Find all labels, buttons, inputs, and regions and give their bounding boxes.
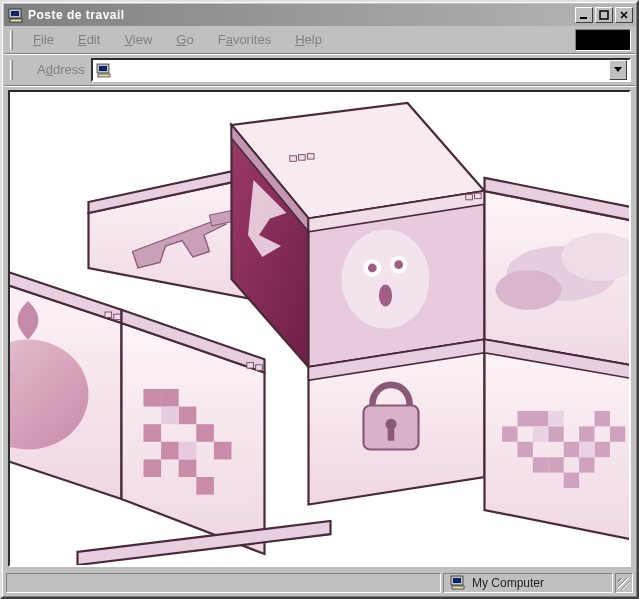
svg-rect-74: [548, 411, 563, 426]
menu-go[interactable]: Go: [164, 28, 205, 51]
svg-rect-7: [98, 74, 110, 77]
svg-rect-89: [453, 578, 461, 583]
svg-rect-21: [179, 459, 197, 477]
svg-rect-79: [307, 154, 314, 160]
svg-rect-15: [161, 389, 179, 407]
computer-icon: [450, 574, 466, 593]
svg-rect-25: [179, 442, 197, 460]
artwork-3d-windows: [10, 92, 629, 565]
status-pane-left: [6, 573, 441, 593]
statusbar: My Computer: [4, 571, 635, 595]
svg-rect-6: [99, 66, 107, 71]
toolbar-grip[interactable]: [10, 30, 13, 50]
address-field[interactable]: [91, 58, 631, 82]
chevron-down-icon: [614, 67, 622, 73]
svg-rect-62: [518, 442, 533, 457]
svg-rect-19: [196, 424, 214, 442]
svg-rect-78: [299, 155, 306, 161]
svg-rect-77: [290, 156, 297, 162]
minimize-button[interactable]: [575, 7, 593, 23]
svg-rect-67: [595, 442, 610, 457]
svg-rect-73: [579, 442, 594, 457]
address-dropdown-button[interactable]: [609, 60, 627, 80]
addressbar: Address: [4, 54, 635, 86]
svg-rect-70: [579, 457, 594, 472]
status-pane-location: My Computer: [443, 573, 613, 593]
menu-favorites[interactable]: Favorites: [206, 28, 283, 51]
addressbar-grip[interactable]: [10, 60, 13, 80]
maximize-button[interactable]: [595, 7, 613, 23]
svg-point-37: [368, 264, 377, 273]
svg-rect-65: [595, 411, 610, 426]
svg-rect-90: [452, 586, 464, 589]
svg-rect-58: [518, 411, 533, 426]
svg-rect-61: [502, 426, 517, 441]
svg-rect-60: [548, 426, 563, 441]
window-controls: [575, 7, 633, 23]
svg-rect-72: [533, 426, 548, 441]
svg-rect-68: [548, 457, 563, 472]
svg-rect-14: [144, 389, 162, 407]
svg-point-39: [379, 285, 392, 307]
menu-view-label: iew: [133, 32, 153, 47]
resize-grip[interactable]: [615, 573, 633, 593]
svg-rect-81: [475, 193, 482, 199]
svg-rect-85: [114, 314, 121, 320]
svg-point-34: [342, 230, 430, 329]
titlebar[interactable]: Poste de travail: [4, 4, 635, 26]
svg-rect-84: [105, 312, 112, 318]
menu-help-label: elp: [305, 32, 322, 47]
menubar: File Edit View Go Favorites Help: [4, 26, 635, 54]
window-title: Poste de travail: [28, 8, 571, 22]
svg-rect-20: [214, 442, 232, 460]
window-inner: Poste de travail File Edit View Go Favor…: [2, 2, 637, 597]
computer-icon: [95, 61, 113, 79]
svg-rect-59: [533, 411, 548, 426]
svg-rect-82: [247, 363, 254, 369]
menu-edit-label: dit: [87, 32, 101, 47]
menu-view[interactable]: View: [112, 28, 164, 51]
svg-rect-24: [161, 407, 179, 425]
status-location-label: My Computer: [472, 576, 544, 590]
close-button[interactable]: [615, 7, 633, 23]
computer-icon: [8, 7, 24, 23]
svg-rect-17: [144, 424, 162, 442]
svg-rect-18: [161, 442, 179, 460]
svg-point-49: [496, 270, 562, 310]
svg-rect-66: [610, 426, 625, 441]
address-label: Address: [37, 62, 85, 77]
svg-rect-23: [196, 477, 214, 495]
explorer-window: Poste de travail File Edit View Go Favor…: [0, 0, 639, 599]
svg-point-38: [394, 260, 403, 269]
svg-rect-16: [179, 407, 197, 425]
menu-edit[interactable]: Edit: [66, 28, 112, 51]
menu-file[interactable]: File: [21, 28, 66, 51]
svg-rect-2: [10, 19, 22, 22]
svg-rect-83: [256, 365, 263, 371]
menu-go-label: o: [186, 32, 193, 47]
svg-rect-71: [564, 473, 579, 488]
svg-rect-64: [579, 426, 594, 441]
svg-rect-69: [533, 457, 548, 472]
svg-rect-63: [564, 442, 579, 457]
svg-rect-4: [600, 11, 608, 19]
throbber-box: [575, 29, 631, 51]
svg-rect-3: [580, 17, 587, 19]
menu-help[interactable]: Help: [283, 28, 334, 51]
menu-favorites-label: vorites: [233, 32, 271, 47]
content-area[interactable]: [8, 90, 631, 567]
menu-file-label: ile: [41, 32, 54, 47]
svg-rect-44: [388, 428, 395, 441]
svg-rect-80: [466, 194, 473, 200]
svg-rect-1: [11, 11, 19, 16]
svg-rect-22: [144, 459, 162, 477]
